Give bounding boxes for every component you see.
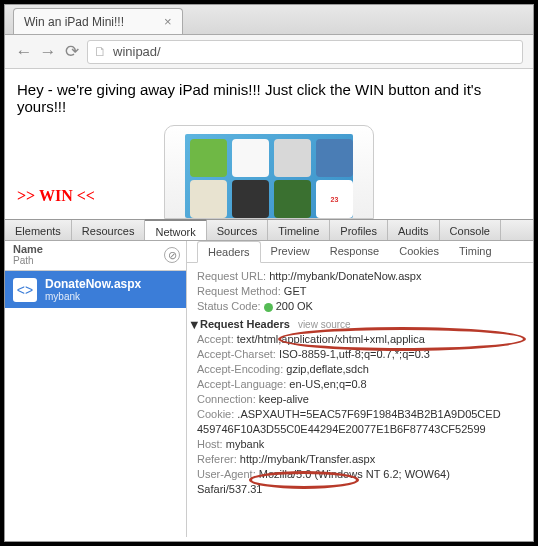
tab-title: Win an iPad Mini!!!	[24, 15, 124, 29]
win-button[interactable]: >> WIN <<	[17, 187, 95, 205]
url-input[interactable]	[113, 44, 516, 59]
chevron-down-icon[interactable]: ▶	[190, 322, 200, 329]
close-icon[interactable]: ×	[164, 14, 172, 29]
page-icon: 🗋	[94, 44, 107, 59]
tab-timeline[interactable]: Timeline	[268, 220, 330, 240]
tab-audits[interactable]: Audits	[388, 220, 440, 240]
reload-icon[interactable]: ⟳	[63, 41, 81, 62]
subtab-headers[interactable]: Headers	[197, 241, 261, 263]
clear-icon[interactable]: ⊘	[164, 247, 180, 263]
subtab-response[interactable]: Response	[320, 241, 390, 262]
col-name: Name	[13, 243, 178, 255]
page-content: Hey - we're giving away iPad minis!!! Ju…	[5, 69, 533, 219]
browser-tab[interactable]: Win an iPad Mini!!! ×	[13, 8, 183, 34]
col-path: Path	[13, 255, 178, 266]
browser-tab-bar: Win an iPad Mini!!! ×	[5, 5, 533, 35]
tab-resources[interactable]: Resources	[72, 220, 146, 240]
request-path: mybank	[45, 291, 141, 302]
tab-profiles[interactable]: Profiles	[330, 220, 388, 240]
headline-text: Hey - we're giving away iPad minis!!! Ju…	[17, 81, 521, 115]
view-source-link[interactable]: view source	[298, 319, 351, 330]
request-row[interactable]: <> DonateNow.aspx mybank	[5, 271, 186, 308]
back-icon[interactable]: ←	[15, 42, 33, 62]
browser-toolbar: ← → ⟳ 🗋	[5, 35, 533, 69]
devtools-tab-bar: Elements Resources Network Sources Timel…	[5, 219, 533, 241]
request-list-pane: Name Path ⊘ <> DonateNow.aspx mybank	[5, 241, 187, 537]
tab-console[interactable]: Console	[440, 220, 501, 240]
status-code: 200 OK	[276, 300, 313, 312]
forward-icon[interactable]: →	[39, 42, 57, 62]
subtab-cookies[interactable]: Cookies	[389, 241, 449, 262]
headers-panel: Request URL: http://mybank/DonateNow.asp…	[187, 263, 533, 503]
status-dot-icon	[264, 303, 273, 312]
calendar-icon: 23	[316, 180, 353, 218]
subtab-timing[interactable]: Timing	[449, 241, 502, 262]
cookie-value: .ASPXAUTH=5EAC57F69F1984B34B2B1A9D05CED	[237, 408, 500, 420]
file-icon: <>	[13, 278, 37, 302]
request-name: DonateNow.aspx	[45, 277, 141, 291]
detail-tab-bar: Headers Preview Response Cookies Timing	[187, 241, 533, 263]
subtab-preview[interactable]: Preview	[261, 241, 320, 262]
address-bar[interactable]: 🗋	[87, 40, 523, 64]
tab-elements[interactable]: Elements	[5, 220, 72, 240]
tab-network[interactable]: Network	[145, 219, 206, 240]
request-url: http://mybank/DonateNow.aspx	[269, 270, 421, 282]
ipad-image: 23	[164, 125, 374, 219]
request-method: GET	[284, 285, 307, 297]
tab-sources[interactable]: Sources	[207, 220, 268, 240]
